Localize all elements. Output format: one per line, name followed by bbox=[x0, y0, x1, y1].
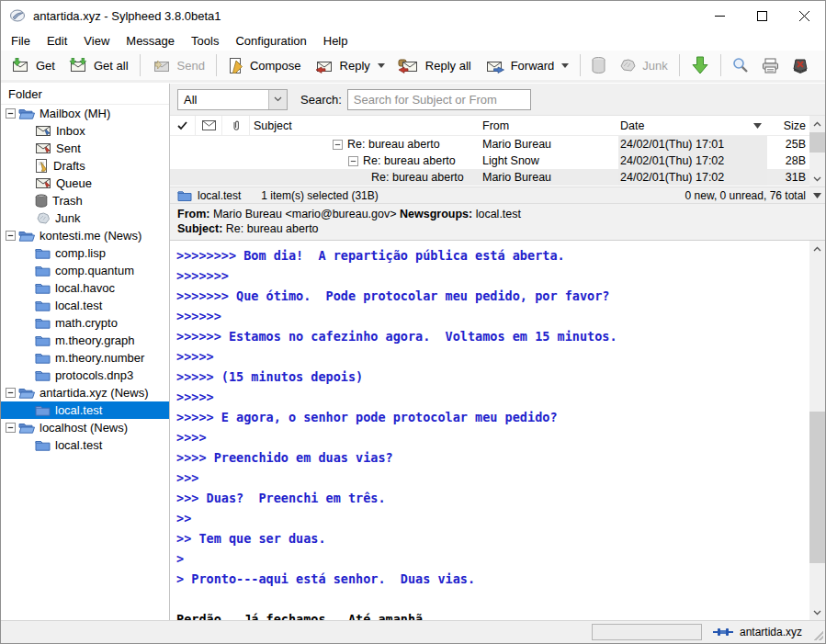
unread-column-header[interactable] bbox=[196, 116, 222, 135]
date-column-header[interactable]: Date bbox=[618, 116, 767, 135]
quoted-line: > bbox=[176, 548, 809, 569]
sidebar-item-m-theory-number[interactable]: m.theory.number bbox=[1, 349, 169, 367]
quoted-line: >> Tem que ser duas. bbox=[176, 528, 809, 548]
expander-minus-icon[interactable] bbox=[6, 231, 16, 241]
quoted-line: >>>> bbox=[176, 427, 809, 447]
sidebar-item-local-test[interactable]: local.test bbox=[1, 297, 169, 314]
filter-scope-select[interactable]: All bbox=[177, 89, 288, 110]
menu-tools[interactable]: Tools bbox=[183, 32, 227, 50]
quoted-line: >>> bbox=[176, 468, 809, 488]
get-all-button[interactable]: Get all bbox=[62, 52, 135, 79]
envelope-icon bbox=[202, 120, 216, 130]
stop-button[interactable] bbox=[786, 52, 815, 79]
sidebar-item-antartida-xyz-news[interactable]: antartida.xyz (News) bbox=[1, 384, 169, 401]
folder-tree: Mailbox (MH)InboxSentDraftsQueueTrashJun… bbox=[1, 105, 169, 620]
close-button[interactable] bbox=[783, 1, 825, 30]
next-unread-button[interactable] bbox=[685, 52, 716, 79]
message-row[interactable]: Re: bureau abertoLight Snow24/02/01(Thu)… bbox=[170, 153, 809, 169]
sidebar-item-junk[interactable]: Junk bbox=[1, 209, 169, 227]
scroll-thumb[interactable] bbox=[809, 412, 825, 563]
header-line-from: From: Mario Bureau <mario@bureau.gov> Ne… bbox=[177, 207, 818, 221]
sidebar-item-drafts[interactable]: Drafts bbox=[1, 157, 169, 175]
scroll-thumb[interactable] bbox=[809, 132, 825, 153]
folder-open-icon bbox=[18, 230, 35, 242]
size-column-header[interactable]: Size bbox=[767, 116, 809, 135]
sidebar-item-local-test[interactable]: local.test bbox=[1, 436, 169, 454]
status-dropdown-icon[interactable] bbox=[813, 193, 821, 198]
expander-minus-icon[interactable] bbox=[6, 388, 16, 398]
quoted-line: > Pronto---aqui está senhor. Duas vias. bbox=[176, 569, 809, 589]
maximize-button[interactable] bbox=[741, 1, 783, 30]
message-body-scrollbar[interactable] bbox=[809, 241, 825, 620]
sidebar-item-queue[interactable]: Queue bbox=[1, 175, 169, 192]
toolbar: GetGet allSendComposeReplyReply allForwa… bbox=[1, 51, 825, 83]
message-row[interactable]: Re: bureau abertoMario Bureau24/02/01(Th… bbox=[170, 169, 809, 186]
toolbar-separator bbox=[720, 54, 721, 76]
chevron-down-icon[interactable] bbox=[268, 90, 287, 109]
message-row[interactable]: Re: bureau abertoMario Bureau24/02/01(Th… bbox=[170, 136, 809, 153]
message-subject: Re: bureau aberto bbox=[363, 154, 456, 167]
sidebar-item-kontesti-me-news[interactable]: kontesti.me (News) bbox=[1, 227, 169, 244]
scroll-up-icon[interactable] bbox=[809, 116, 825, 131]
expander-minus-icon[interactable] bbox=[6, 423, 16, 433]
get-button-label: Get bbox=[36, 59, 55, 73]
menu-edit[interactable]: Edit bbox=[39, 32, 75, 50]
sidebar-item-protocols-dnp3[interactable]: protocols.dnp3 bbox=[1, 367, 169, 384]
reply-all-button[interactable]: Reply all bbox=[391, 52, 478, 79]
sidebar-item-localhost-news[interactable]: localhost (News) bbox=[1, 419, 169, 436]
sidebar-item-label: comp.quantum bbox=[55, 264, 134, 277]
scroll-down-icon[interactable] bbox=[809, 604, 825, 620]
search-input[interactable] bbox=[347, 89, 531, 110]
compose-button[interactable]: Compose bbox=[221, 52, 308, 79]
forward-button[interactable]: Forward bbox=[478, 52, 576, 79]
sidebar-item-sent[interactable]: Sent bbox=[1, 140, 169, 157]
menu-view[interactable]: View bbox=[75, 32, 118, 50]
message-subject: Re: bureau aberto bbox=[347, 138, 440, 151]
menu-message[interactable]: Message bbox=[118, 32, 183, 50]
search-button[interactable] bbox=[726, 52, 755, 79]
menu-file[interactable]: File bbox=[3, 32, 39, 50]
from-column-header[interactable]: From bbox=[481, 116, 618, 135]
body-line bbox=[176, 589, 809, 609]
message-from: Mario Bureau bbox=[481, 136, 618, 153]
get-button[interactable]: Get bbox=[4, 52, 62, 79]
body-line: Perdão. Já fechamos. Até amanhã. bbox=[176, 609, 809, 620]
chevron-down-icon[interactable] bbox=[378, 63, 385, 68]
reply-button[interactable]: Reply bbox=[308, 52, 391, 79]
forward-icon bbox=[484, 58, 505, 73]
minimize-button[interactable] bbox=[698, 1, 741, 30]
sidebar-item-m-theory-graph[interactable]: m.theory.graph bbox=[1, 332, 169, 349]
message-row-env-cell bbox=[196, 153, 222, 169]
thread-expander-icon[interactable] bbox=[333, 140, 343, 150]
paperclip-icon bbox=[232, 119, 241, 131]
scroll-down-icon[interactable] bbox=[809, 171, 825, 186]
attachment-column-header[interactable] bbox=[222, 116, 250, 135]
print-button[interactable] bbox=[755, 52, 786, 79]
sidebar-item-math-crypto[interactable]: math.crypto bbox=[1, 314, 169, 332]
resize-grip[interactable] bbox=[811, 628, 823, 640]
mark-column-header[interactable] bbox=[170, 116, 196, 135]
chevron-down-icon[interactable] bbox=[561, 63, 569, 68]
quoted-line: >>> Duas? Preenchi em três. bbox=[176, 488, 809, 508]
folder-pane-header[interactable]: Folder bbox=[1, 84, 169, 105]
sidebar-item-local-test[interactable]: local.test bbox=[1, 401, 169, 419]
content-pane: All Search: bbox=[170, 84, 825, 620]
message-list-scrollbar[interactable] bbox=[809, 116, 825, 186]
sidebar-item-trash[interactable]: Trash bbox=[1, 192, 169, 209]
sidebar-item-comp-quantum[interactable]: comp.quantum bbox=[1, 262, 169, 279]
sidebar-item-local-havoc[interactable]: local.havoc bbox=[1, 279, 169, 297]
message-headers: From: Mario Bureau <mario@bureau.gov> Ne… bbox=[170, 204, 825, 241]
sidebar-item-comp-lisp[interactable]: comp.lisp bbox=[1, 244, 169, 262]
scroll-up-icon[interactable] bbox=[809, 241, 825, 256]
connection-server: antartida.xyz bbox=[740, 626, 802, 638]
menu-configuration[interactable]: Configuration bbox=[227, 32, 314, 50]
subject-column-header[interactable]: Subject bbox=[250, 116, 481, 135]
sidebar-item-mailbox-mh[interactable]: Mailbox (MH) bbox=[1, 105, 169, 122]
message-subject-cell: Re: bureau aberto bbox=[250, 153, 481, 169]
thread-expander-icon[interactable] bbox=[348, 156, 358, 166]
menu-help[interactable]: Help bbox=[315, 32, 356, 50]
send-icon bbox=[152, 58, 172, 73]
expander-minus-icon[interactable] bbox=[6, 108, 16, 119]
sidebar-item-inbox[interactable]: Inbox bbox=[1, 122, 169, 140]
junk-icon bbox=[618, 59, 637, 72]
